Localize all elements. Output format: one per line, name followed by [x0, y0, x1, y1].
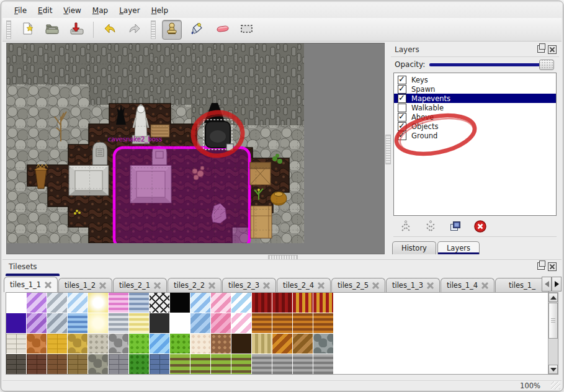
close-tilesets-icon[interactable]	[548, 262, 557, 271]
palette-tile-0-12[interactable]	[252, 293, 272, 313]
toolbar-drag-handle-2[interactable]	[151, 20, 156, 39]
resize-grip-icon[interactable]	[551, 381, 560, 390]
palette-tile-2-7[interactable]	[150, 334, 169, 354]
palette-tile-1-4[interactable]	[88, 313, 108, 333]
palette-tile-1-10[interactable]	[211, 313, 231, 333]
palette-tile-3-10[interactable]	[211, 354, 231, 374]
tab-close-icon[interactable]	[99, 282, 106, 289]
close-panel-icon[interactable]	[548, 45, 557, 54]
tileset-tab-tiles_1_1[interactable]: tiles_1_1	[4, 277, 58, 292]
palette-tile-3-11[interactable]	[231, 354, 251, 374]
palette-tile-3-12[interactable]	[252, 354, 272, 374]
palette-tile-2-10[interactable]	[211, 334, 231, 354]
palette-tile-0-1[interactable]	[27, 293, 47, 313]
palette-tile-0-5[interactable]	[109, 293, 128, 313]
menu-file[interactable]: File	[9, 4, 32, 17]
palette-tile-1-12[interactable]	[252, 313, 272, 333]
layer-checkbox-mapevents[interactable]	[398, 94, 406, 103]
palette-tile-2-12[interactable]	[252, 334, 272, 354]
opacity-slider-handle[interactable]	[539, 60, 554, 70]
palette-tile-1-14[interactable]	[293, 313, 313, 333]
menu-layer[interactable]: Layer	[114, 4, 145, 17]
palette-tile-0-3[interactable]	[68, 293, 87, 313]
map-canvas[interactable]: cavesnake2_boss	[6, 43, 385, 254]
palette-tile-3-0[interactable]	[6, 354, 26, 374]
tileset-tab-tiles_2_5[interactable]: tiles_2_5	[331, 278, 385, 292]
palette-tile-1-15[interactable]	[313, 313, 333, 333]
palette-tile-1-9[interactable]	[190, 313, 210, 333]
palette-tile-0-2[interactable]	[47, 293, 67, 313]
tileset-tab-tiles_2_4[interactable]: tiles_2_4	[277, 278, 331, 292]
palette-tile-2-1[interactable]	[27, 334, 47, 354]
palette-tile-1-2[interactable]	[47, 313, 67, 333]
tab-scroll-right-button[interactable]	[552, 277, 562, 292]
layer-row-walkable[interactable]: Walkable	[394, 103, 556, 112]
palette-tile-0-14[interactable]	[293, 293, 313, 313]
palette-tile-0-13[interactable]	[272, 293, 292, 313]
menu-edit[interactable]: Edit	[32, 4, 58, 17]
tileset-tab-tiles_1_3[interactable]: tiles_1_3	[386, 278, 440, 292]
palette-tile-2-4[interactable]	[88, 334, 108, 354]
menu-map[interactable]: Map	[87, 4, 114, 17]
tileset-tab-tiles_1_2[interactable]: tiles_1_2	[58, 278, 112, 292]
palette-tile-3-13[interactable]	[272, 354, 292, 374]
palette-tile-1-0[interactable]	[6, 313, 26, 333]
palette-tile-2-13[interactable]	[272, 334, 292, 354]
palette-tile-3-3[interactable]	[68, 354, 87, 374]
palette-tile-1-3[interactable]	[68, 313, 87, 333]
float-tilesets-icon[interactable]	[537, 262, 545, 270]
palette-tile-3-2[interactable]	[47, 354, 67, 374]
palette-tile-1-5[interactable]	[109, 313, 128, 333]
dock-tab-layers[interactable]: Layers	[437, 241, 480, 254]
redo-button[interactable]	[125, 20, 145, 40]
move-layer-down-button[interactable]	[422, 218, 439, 235]
palette-tile-2-15[interactable]	[313, 334, 333, 354]
move-layer-up-button[interactable]	[397, 218, 414, 235]
save-button[interactable]	[67, 20, 87, 40]
palette-tile-2-11[interactable]	[231, 334, 251, 354]
layer-checkbox-objects[interactable]	[398, 122, 406, 131]
float-panel-icon[interactable]	[537, 45, 545, 53]
menu-help[interactable]: Help	[146, 4, 174, 17]
tab-close-icon[interactable]	[208, 282, 215, 289]
layer-checkbox-spawn[interactable]	[398, 85, 406, 94]
tileset-tab-tiles_2_3[interactable]: tiles_2_3	[222, 278, 276, 292]
palette-tile-0-4[interactable]	[88, 293, 108, 313]
open-file-button[interactable]	[42, 20, 62, 40]
layer-row-above[interactable]: Above	[394, 112, 556, 122]
palette-tile-1-6[interactable]	[129, 313, 149, 333]
tileset-tab-tiles_1_4[interactable]: tiles_1_4	[441, 278, 495, 292]
select-tool-button[interactable]	[236, 20, 256, 40]
tab-close-icon[interactable]	[154, 282, 161, 289]
palette-tile-0-7[interactable]	[150, 293, 169, 313]
palette-tile-0-0[interactable]	[6, 293, 26, 313]
layer-checkbox-ground[interactable]	[398, 131, 406, 140]
palette-tile-2-5[interactable]	[109, 334, 128, 354]
tab-close-icon[interactable]	[263, 282, 270, 289]
scrollbar-thumb[interactable]	[548, 303, 558, 339]
vertical-splitter[interactable]	[385, 135, 391, 164]
palette-tile-0-11[interactable]	[231, 293, 251, 313]
layer-row-ground[interactable]: Ground	[394, 131, 556, 140]
palette-tile-2-6[interactable]	[129, 334, 149, 354]
palette-tile-0-15[interactable]	[313, 293, 333, 313]
tab-close-icon[interactable]	[481, 282, 488, 289]
palette-tile-2-3[interactable]	[68, 334, 87, 354]
duplicate-layer-button[interactable]	[447, 218, 464, 235]
tileset-tab-tiles_2_1[interactable]: tiles_2_1	[113, 278, 167, 292]
palette-tile-1-8[interactable]	[170, 313, 190, 333]
palette-tile-0-10[interactable]	[211, 293, 231, 313]
palette-tile-0-8[interactable]	[170, 293, 190, 313]
new-file-button[interactable]	[17, 20, 37, 40]
palette-tile-3-1[interactable]	[27, 354, 47, 374]
layer-row-keys[interactable]: Keys	[394, 75, 556, 84]
palette-tile-1-11[interactable]	[231, 313, 251, 333]
eraser-tool-button[interactable]	[212, 20, 231, 40]
undo-button[interactable]	[100, 20, 120, 40]
palette-tile-3-8[interactable]	[170, 354, 190, 374]
tab-close-icon[interactable]	[45, 282, 51, 288]
opacity-slider[interactable]	[429, 60, 554, 69]
tab-close-icon[interactable]	[427, 282, 434, 289]
palette-tile-3-5[interactable]	[109, 354, 128, 374]
fill-tool-button[interactable]	[187, 20, 207, 40]
